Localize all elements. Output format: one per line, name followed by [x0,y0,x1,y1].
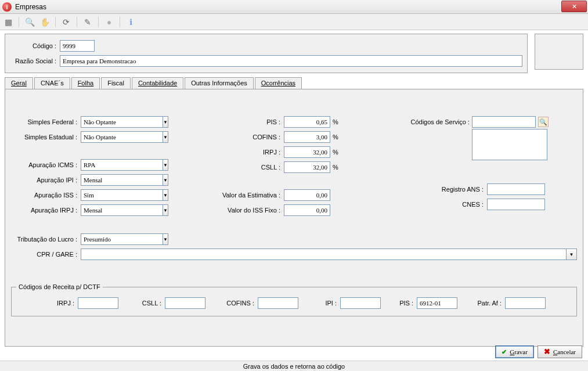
apuracao-ipi-label: Apuração IPI : [11,177,81,183]
titlebar: i Empresas ✕ [0,0,588,14]
dctf-cofins-input[interactable] [258,297,298,309]
dctf-ipi-input[interactable] [340,297,381,309]
tributacao-lucro-label: Tributação do Lucro : [11,236,81,243]
tab-folha[interactable]: Folha [71,77,100,89]
toolbar-filter-icon[interactable]: ▦ [2,16,14,28]
irpj-label: IRPJ : [174,149,284,156]
toolbar-hand-icon[interactable]: ✋ [39,16,50,28]
cpr-gare-label: CPR / GARE : [11,251,81,258]
toolbar-separator [98,17,99,27]
tab-fiscal[interactable]: Fiscal [101,77,131,89]
tab-cnaes[interactable]: CNAE´s [34,77,70,89]
tab-outras[interactable]: Outras Informações [185,77,254,89]
cnes-label: CNES : [406,201,487,208]
chevron-down-icon[interactable]: ▼ [163,159,168,171]
close-button[interactable]: ✕ [561,1,587,12]
simples-federal-combo[interactable]: ▼ [81,116,150,128]
dctf-ipi-label: IPI : [302,300,337,307]
dctf-csll-input[interactable] [165,297,205,309]
toolbar-tool-icon[interactable]: ✎ [82,16,93,28]
pct-label: % [333,149,338,156]
cancelar-button[interactable]: ✖ Cancelar [538,345,582,358]
apuracao-ipi-combo[interactable]: ▼ [81,174,150,186]
valor-estimativa-input[interactable] [284,189,330,201]
cofins-input[interactable] [284,131,330,143]
header-panel: Código : Razão Social : [5,34,528,73]
toolbar-refresh-icon[interactable]: ⟳ [60,16,72,28]
dctf-pis-input[interactable] [417,297,457,309]
codigos-servico-list[interactable] [472,129,547,160]
gravar-button[interactable]: ✔ Gravar [495,345,534,358]
csll-input[interactable] [284,161,330,173]
footer-buttons: ✔ Gravar ✖ Cancelar [495,345,582,358]
dctf-cofins-label: COFINS : [209,300,254,307]
chevron-down-icon[interactable]: ▼ [163,116,168,128]
status-bar: Grava os dados e retorna ao código [0,361,588,371]
tributacao-lucro-combo[interactable]: ▼ [81,233,162,245]
registro-ans-input[interactable] [487,183,545,195]
tab-ocorrencias[interactable]: Ocorrências [255,77,302,89]
cofins-label: COFINS : [174,134,284,141]
dctf-csll-label: CSLL : [122,300,161,307]
apuracao-icms-label: Apuração ICMS : [11,161,81,168]
valor-estimativa-label: Valor da Estimativa : [174,192,284,199]
apuracao-iss-label: Apuração ISS : [11,192,81,199]
simples-estadual-label: Simples Estadual : [11,134,81,141]
toolbar-search-icon[interactable]: 🔍 [24,16,35,28]
razao-social-input[interactable] [60,55,522,67]
chevron-down-icon[interactable]: ▼ [567,248,577,260]
preview-box [535,34,583,70]
valor-iss-fixo-input[interactable] [284,204,330,216]
check-icon: ✔ [502,348,507,356]
toolbar-separator [120,17,120,27]
window-title: Empresas [15,3,46,11]
apuracao-iss-combo[interactable]: ▼ [81,189,150,201]
valor-iss-fixo-label: Valor do ISS Fixo : [174,207,284,214]
pct-label: % [333,118,338,125]
csll-label: CSLL : [174,164,284,171]
x-icon: ✖ [544,347,550,356]
tab-strip: Geral CNAE´s Folha Fiscal Contabilidade … [5,77,583,89]
cnes-input[interactable] [487,199,545,210]
tab-body-fiscal: Simples Federal : ▼ Simples Estadual : ▼ [5,89,583,347]
dctf-patraf-label: Patr. Af : [461,300,502,307]
codigo-input[interactable] [60,40,95,52]
pis-input[interactable] [284,116,330,128]
chevron-down-icon[interactable]: ▼ [163,189,168,201]
toolbar-record-icon[interactable]: ● [103,16,115,28]
pis-label: PIS : [174,118,284,125]
codigos-servico-input[interactable] [472,116,536,128]
app-icon: i [2,2,12,12]
codigos-servico-label: Códigos de Serviço : [406,118,470,125]
dctf-fieldset: Códigos de Receita p/ DCTF IRPJ : CSLL :… [11,283,577,316]
tab-contabilidade[interactable]: Contabilidade [132,77,183,89]
apuracao-irpj-label: Apuração IRPJ : [11,207,81,214]
razao-social-label: Razão Social : [10,57,60,64]
toolbar-info-icon[interactable]: ℹ [125,16,136,28]
registro-ans-label: Registro ANS : [406,186,487,193]
pct-label: % [333,164,338,171]
cpr-gare-combo[interactable]: ▼ [81,248,577,260]
simples-federal-label: Simples Federal : [11,118,81,125]
dctf-pis-label: PIS : [384,300,413,307]
lookup-icon[interactable]: 🔍 [538,117,549,127]
toolbar-separator [55,17,56,27]
toolbar-separator [19,17,19,27]
pct-label: % [333,134,338,141]
chevron-down-icon[interactable]: ▼ [163,131,168,143]
apuracao-icms-combo[interactable]: ▼ [81,159,150,171]
dctf-irpj-label: IRPJ : [16,300,74,307]
dctf-patraf-input[interactable] [505,297,546,309]
dctf-legend: Códigos de Receita p/ DCTF [16,283,103,290]
simples-estadual-combo[interactable]: ▼ [81,131,150,143]
tab-geral[interactable]: Geral [5,77,33,89]
apuracao-irpj-combo[interactable]: ▼ [81,204,150,216]
status-text: Grava os dados e retorna ao código [243,363,345,370]
chevron-down-icon[interactable]: ▼ [163,233,168,245]
toolbar-separator [77,17,77,27]
irpj-input[interactable] [284,146,330,158]
dctf-irpj-input[interactable] [78,297,118,309]
toolbar: ▦ 🔍 ✋ ⟳ ✎ ● ℹ [0,14,588,30]
chevron-down-icon[interactable]: ▼ [163,174,168,186]
chevron-down-icon[interactable]: ▼ [163,204,168,216]
